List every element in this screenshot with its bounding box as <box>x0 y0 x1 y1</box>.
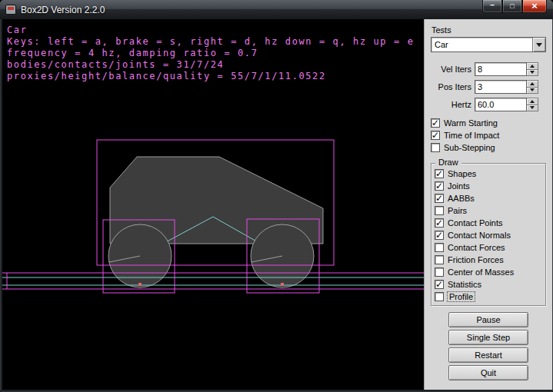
checkbox-time-of-impact[interactable]: ✓ Time of Impact <box>431 129 546 141</box>
maximize-icon: □ <box>510 2 514 10</box>
window-title: Box2D Version 2.2.0 <box>21 5 482 15</box>
checkbox-friction-forces[interactable]: Friction Forces <box>435 254 542 266</box>
quality-text: proxies/height/balance/quality = 55/7/1/… <box>7 71 414 82</box>
contact-point-rear <box>138 283 142 286</box>
pos-iters-up-button[interactable] <box>527 80 538 88</box>
close-button[interactable]: × <box>522 0 547 13</box>
checkbox-label: Sub-Stepping <box>444 143 495 152</box>
arrow-down-icon <box>530 71 535 74</box>
keys-help-text: Keys: left = a, brake = s, right = d, hz… <box>7 36 414 48</box>
action-buttons: Pause Single Step Restart Quit <box>431 312 546 383</box>
checkbox-joints[interactable]: ✓ Joints <box>435 180 542 192</box>
vel-iters-row: Vel Iters <box>431 62 546 76</box>
counts-text: bodies/contacts/joints = 31/7/24 <box>7 59 414 71</box>
test-select[interactable]: Car <box>431 37 546 52</box>
checkbox-label: Contact Points <box>448 218 503 228</box>
checkbox-statistics[interactable]: ✓ Statistics <box>435 278 542 291</box>
checkbox-profile[interactable]: Profile <box>435 291 542 303</box>
minimize-icon: – <box>490 1 495 9</box>
checkbox-label: Profile <box>448 292 475 301</box>
maximize-button[interactable]: □ <box>502 0 522 13</box>
checkbox-label: Time of Impact <box>444 131 499 140</box>
restart-button[interactable]: Restart <box>448 347 528 363</box>
checkbox-box[interactable]: ✓ <box>435 169 444 178</box>
pos-iters-down-button[interactable] <box>527 88 538 95</box>
vel-iters-input[interactable] <box>475 62 527 76</box>
single-step-button[interactable]: Single Step <box>448 330 528 345</box>
window-controls: – □ × <box>482 0 553 19</box>
checkbox-box[interactable]: ✓ <box>431 118 440 128</box>
checkbox-warm-starting[interactable]: ✓ Warm Starting <box>431 117 546 129</box>
hertz-label: Hertz <box>431 100 471 109</box>
app-window: Box2D Version 2.2.0 – □ × <box>0 0 553 392</box>
checkbox-box[interactable]: ✓ <box>435 280 444 289</box>
checkbox-label: AABBs <box>448 194 475 203</box>
chevron-down-icon <box>536 43 542 47</box>
checkbox-box[interactable] <box>435 206 444 215</box>
pause-button[interactable]: Pause <box>448 312 528 327</box>
vel-iters-up-button[interactable] <box>527 62 538 70</box>
app-icon-detail <box>8 7 14 10</box>
checkbox-box[interactable] <box>435 243 444 252</box>
checkbox-sub-stepping[interactable]: Sub-Stepping <box>431 141 546 154</box>
hertz-row: Hertz <box>431 98 546 111</box>
checkbox-label: Center of Masses <box>448 267 514 277</box>
contact-point-front <box>281 283 284 286</box>
checkbox-label: Pairs <box>448 206 467 215</box>
checkbox-box[interactable] <box>435 267 444 277</box>
hertz-up-button[interactable] <box>527 98 538 105</box>
simulation-canvas[interactable]: Car Keys: left = a, brake = s, right = d… <box>2 19 424 390</box>
draw-group: Draw ✓ Shapes ✓ Joints ✓ AABBs Pairs <box>431 163 546 306</box>
pos-iters-input[interactable] <box>475 80 527 94</box>
pos-iters-label: Pos Iters <box>431 82 471 91</box>
app-icon <box>5 5 16 15</box>
checkbox-box[interactable]: ✓ <box>435 194 444 203</box>
arrow-down-icon <box>530 88 535 91</box>
test-select-dropdown-button[interactable] <box>532 38 545 51</box>
hertz-down-button[interactable] <box>527 105 538 112</box>
stats-overlay: Car Keys: left = a, brake = s, right = d… <box>7 25 414 82</box>
checkbox-label: Shapes <box>448 169 476 178</box>
checkbox-box[interactable]: ✓ <box>431 131 440 140</box>
checkbox-label: Joints <box>448 181 470 191</box>
checkbox-contact-forces[interactable]: Contact Forces <box>435 241 542 254</box>
checkbox-pairs[interactable]: Pairs <box>435 204 542 217</box>
arrow-up-icon <box>530 100 535 103</box>
checkbox-label: Statistics <box>448 280 481 289</box>
draw-group-label: Draw <box>435 158 461 167</box>
close-icon: × <box>531 0 538 12</box>
arrow-up-icon <box>530 65 535 68</box>
checkbox-box[interactable] <box>435 255 444 264</box>
vel-iters-spinner <box>527 62 538 76</box>
arrow-down-icon <box>530 106 535 109</box>
pos-iters-spinner <box>527 80 538 94</box>
checkbox-contact-normals[interactable]: ✓ Contact Normals <box>435 229 542 241</box>
client-area: Car Keys: left = a, brake = s, right = d… <box>2 19 551 390</box>
checkbox-box[interactable]: ✓ <box>435 231 444 240</box>
checkbox-box[interactable]: ✓ <box>435 181 444 191</box>
iteration-spinners: Vel Iters Pos Iters Hertz <box>431 62 546 111</box>
checkbox-box[interactable]: ✓ <box>435 218 444 228</box>
checkbox-label: Contact Forces <box>448 243 505 252</box>
hertz-input[interactable] <box>475 98 527 111</box>
frequency-text: frequency = 4 hz, damping ratio = 0.7 <box>7 48 414 59</box>
checkbox-aabbs[interactable]: ✓ AABBs <box>435 192 542 204</box>
checkbox-label: Warm Starting <box>444 118 498 128</box>
checkbox-box[interactable] <box>431 143 440 152</box>
checkbox-contact-points[interactable]: ✓ Contact Points <box>435 217 542 229</box>
vel-iters-down-button[interactable] <box>527 70 538 77</box>
checkbox-label: Contact Normals <box>448 231 511 240</box>
minimize-button[interactable]: – <box>482 0 502 13</box>
checkbox-center-of-masses[interactable]: Center of Masses <box>435 266 542 278</box>
tests-label: Tests <box>431 25 546 35</box>
checkbox-shapes[interactable]: ✓ Shapes <box>435 168 542 180</box>
control-panel: Tests Car Vel Iters Pos Iters <box>424 19 552 390</box>
checkbox-label: Friction Forces <box>448 255 504 264</box>
pos-iters-row: Pos Iters <box>431 80 546 94</box>
checkbox-box[interactable] <box>435 292 444 301</box>
quit-button[interactable]: Quit <box>448 365 528 380</box>
arrow-up-icon <box>530 82 535 85</box>
solver-toggles: ✓ Warm Starting ✓ Time of Impact Sub-Ste… <box>431 117 546 154</box>
test-name-text: Car <box>7 25 414 36</box>
titlebar[interactable]: Box2D Version 2.2.0 – □ × <box>0 0 553 19</box>
